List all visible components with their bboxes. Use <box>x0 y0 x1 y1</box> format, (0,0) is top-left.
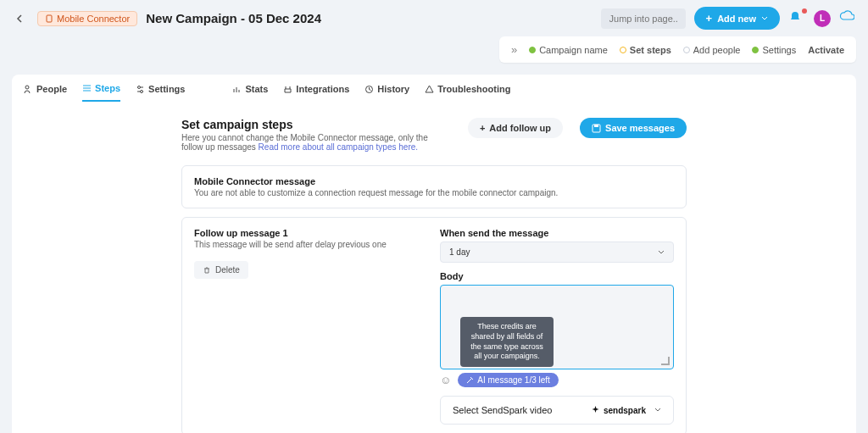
people-icon <box>24 85 33 94</box>
tab-people[interactable]: People <box>24 83 67 102</box>
ai-message-button[interactable]: AI message 1/3 left <box>458 373 559 387</box>
tab-stats[interactable]: Stats <box>232 83 268 102</box>
magic-icon <box>466 376 474 384</box>
sliders-icon <box>136 85 145 94</box>
section-subtext: Here you cannot change the Mobile Connec… <box>181 133 451 152</box>
svg-rect-6 <box>594 125 598 127</box>
delete-followup-button[interactable]: Delete <box>194 261 248 279</box>
tab-settings[interactable]: Settings <box>136 83 185 102</box>
search-input[interactable] <box>601 8 686 29</box>
tab-steps[interactable]: Steps <box>82 83 120 102</box>
add-follow-up-button[interactable]: +Add follow up <box>468 118 563 138</box>
step-settings[interactable]: Settings <box>752 45 796 55</box>
mobile-icon <box>45 14 53 23</box>
notifications-icon[interactable] <box>788 10 805 27</box>
history-icon <box>364 85 374 94</box>
warning-icon <box>425 85 434 94</box>
svg-rect-0 <box>47 15 52 22</box>
chevron-down-icon <box>654 407 661 414</box>
add-new-button[interactable]: +Add new <box>694 7 780 30</box>
connector-message-card: Mobile Connector message You are not abl… <box>181 165 687 208</box>
followup-sub: This message will be send after delay pr… <box>194 240 416 249</box>
followup-title: Follow up message 1 <box>194 228 416 238</box>
step-add-people[interactable]: Add people <box>683 45 741 55</box>
chevron-down-icon <box>761 15 768 22</box>
tab-troubleshooting[interactable]: Troubleshooting <box>425 83 510 102</box>
steps-icon <box>82 84 92 93</box>
integrations-icon <box>283 85 292 94</box>
step-activate[interactable]: Activate <box>808 45 844 55</box>
sync-icon[interactable] <box>839 10 856 27</box>
learn-more-link[interactable]: Read more about all campaign types here. <box>259 142 418 152</box>
back-button[interactable] <box>12 10 29 27</box>
svg-point-2 <box>138 86 141 88</box>
expand-icon[interactable]: » <box>511 43 517 56</box>
svg-point-3 <box>141 90 143 92</box>
stats-icon <box>232 85 242 94</box>
when-label: When send the message <box>440 228 674 238</box>
step-campaign-name[interactable]: Campaign name <box>529 45 608 55</box>
emoji-picker-button[interactable]: ☺ <box>440 374 451 386</box>
section-heading: Set campaign steps <box>181 118 451 131</box>
tab-history[interactable]: History <box>364 83 409 102</box>
body-label: Body <box>440 271 674 281</box>
chevron-down-icon <box>658 249 665 256</box>
save-icon <box>592 124 601 133</box>
campaign-progress: » Campaign name Set steps Add people Set… <box>499 36 856 63</box>
svg-point-1 <box>25 86 29 89</box>
save-messages-button[interactable]: Save messages <box>580 118 687 138</box>
page-title: New Campaign - 05 Dec 2024 <box>146 11 321 25</box>
sendspark-select[interactable]: Select SendSpark video sendspark <box>440 396 674 425</box>
sendspark-icon <box>591 406 600 415</box>
trash-icon <box>203 266 211 275</box>
ai-credits-tooltip: These credits are shared by all fields o… <box>460 317 554 367</box>
followup-card: Follow up message 1 This message will be… <box>181 217 687 433</box>
campaign-type-badge: Mobile Connector <box>37 11 137 26</box>
tab-integrations[interactable]: Integrations <box>283 83 349 102</box>
step-set-steps[interactable]: Set steps <box>620 45 671 55</box>
delay-select[interactable]: 1 day <box>440 241 674 263</box>
user-avatar[interactable]: L <box>814 10 831 27</box>
